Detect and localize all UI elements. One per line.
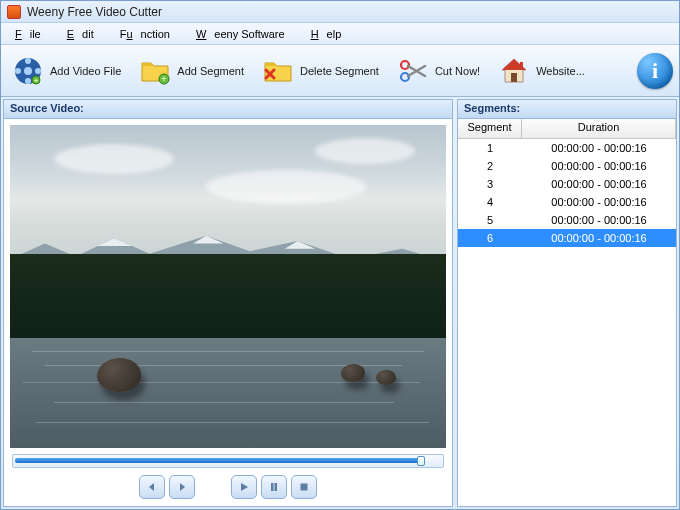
- add-segment-label: Add Segment: [177, 65, 244, 77]
- menu-edit[interactable]: Edit: [59, 26, 110, 42]
- segments-body: Segment Duration 100:00:00 - 00:00:16200…: [457, 119, 677, 507]
- svg-point-2: [25, 58, 31, 64]
- table-row[interactable]: 400:00:00 - 00:00:16: [458, 193, 676, 211]
- source-video-body: [3, 119, 453, 507]
- cut-now-label: Cut Now!: [435, 65, 480, 77]
- table-row[interactable]: 600:00:00 - 00:00:16: [458, 229, 676, 247]
- delete-segment-label: Delete Segment: [300, 65, 379, 77]
- menu-weeny[interactable]: Weeny Software: [188, 26, 301, 42]
- table-row[interactable]: 200:00:00 - 00:00:16: [458, 157, 676, 175]
- source-video-header: Source Video:: [3, 99, 453, 119]
- segment-duration: 00:00:00 - 00:00:16: [522, 178, 676, 190]
- svg-rect-13: [520, 62, 523, 68]
- menu-function[interactable]: Function: [112, 26, 186, 42]
- info-icon: i: [652, 58, 658, 84]
- svg-text:+: +: [34, 76, 39, 85]
- app-window: Weeny Free Video Cutter File Edit Functi…: [0, 0, 680, 510]
- add-segment-button[interactable]: + Add Segment: [134, 51, 253, 91]
- segment-duration: 00:00:00 - 00:00:16: [522, 196, 676, 208]
- segments-panel: Segments: Segment Duration 100:00:00 - 0…: [457, 99, 677, 507]
- svg-rect-16: [301, 484, 308, 491]
- play-button[interactable]: [231, 475, 257, 499]
- menu-file[interactable]: File: [7, 26, 57, 42]
- menubar: File Edit Function Weeny Software Help: [1, 23, 679, 45]
- playback-controls: [4, 470, 452, 504]
- timeline-slider[interactable]: [12, 454, 444, 468]
- table-row[interactable]: 500:00:00 - 00:00:16: [458, 211, 676, 229]
- cut-now-button[interactable]: Cut Now!: [392, 51, 489, 91]
- col-segment[interactable]: Segment: [458, 119, 522, 138]
- svg-rect-12: [511, 73, 517, 82]
- pause-button[interactable]: [261, 475, 287, 499]
- segments-header: Segments:: [457, 99, 677, 119]
- app-icon: [7, 5, 21, 19]
- segment-number: 5: [458, 214, 522, 226]
- segment-number: 6: [458, 232, 522, 244]
- content-area: Source Video:: [1, 97, 679, 509]
- film-reel-icon: +: [12, 55, 44, 87]
- app-title: Weeny Free Video Cutter: [27, 5, 162, 19]
- delete-segment-button[interactable]: Delete Segment: [257, 51, 388, 91]
- prev-frame-button[interactable]: [139, 475, 165, 499]
- segments-table-header: Segment Duration: [458, 119, 676, 139]
- svg-point-1: [24, 67, 32, 75]
- source-video-panel: Source Video:: [3, 99, 453, 507]
- website-label: Website...: [536, 65, 585, 77]
- add-video-label: Add Video File: [50, 65, 121, 77]
- segments-table-body: 100:00:00 - 00:00:16200:00:00 - 00:00:16…: [458, 139, 676, 247]
- table-row[interactable]: 300:00:00 - 00:00:16: [458, 175, 676, 193]
- col-duration[interactable]: Duration: [522, 119, 676, 138]
- folder-delete-icon: [262, 55, 294, 87]
- segment-number: 4: [458, 196, 522, 208]
- segment-duration: 00:00:00 - 00:00:16: [522, 142, 676, 154]
- info-button[interactable]: i: [637, 53, 673, 89]
- timeline-progress: [15, 458, 421, 463]
- svg-text:+: +: [162, 74, 167, 84]
- folder-add-icon: +: [139, 55, 171, 87]
- add-video-button[interactable]: + Add Video File: [7, 51, 130, 91]
- svg-rect-15: [275, 483, 278, 491]
- svg-point-5: [15, 68, 21, 74]
- timeline-handle[interactable]: [417, 456, 425, 466]
- video-preview[interactable]: [10, 125, 446, 448]
- scissors-icon: [397, 55, 429, 87]
- segment-number: 2: [458, 160, 522, 172]
- stop-button[interactable]: [291, 475, 317, 499]
- svg-point-4: [25, 78, 31, 84]
- titlebar: Weeny Free Video Cutter: [1, 1, 679, 23]
- menu-help[interactable]: Help: [303, 26, 358, 42]
- segment-duration: 00:00:00 - 00:00:16: [522, 214, 676, 226]
- svg-point-3: [35, 68, 41, 74]
- table-row[interactable]: 100:00:00 - 00:00:16: [458, 139, 676, 157]
- segment-duration: 00:00:00 - 00:00:16: [522, 160, 676, 172]
- toolbar: + Add Video File + Add Segment Delete Se…: [1, 45, 679, 97]
- segment-duration: 00:00:00 - 00:00:16: [522, 232, 676, 244]
- house-icon: [498, 55, 530, 87]
- segment-number: 3: [458, 178, 522, 190]
- next-frame-button[interactable]: [169, 475, 195, 499]
- segment-number: 1: [458, 142, 522, 154]
- svg-rect-14: [271, 483, 274, 491]
- website-button[interactable]: Website...: [493, 51, 594, 91]
